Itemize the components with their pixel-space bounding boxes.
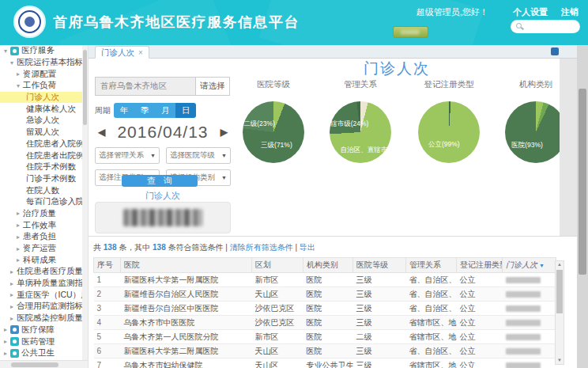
sidebar-item[interactable]: 住院患者出院例数 xyxy=(0,150,88,161)
sidebar-item[interactable]: ▸住院患者医疗质量与 xyxy=(0,266,88,278)
scroll-down-icon[interactable]: ▼ xyxy=(556,357,564,364)
sidebar-item[interactable]: ▸重症医学（ICU）质 xyxy=(0,289,88,301)
column-header-8[interactable]: 门诊人次▼ xyxy=(503,258,556,273)
logout-link[interactable]: 注销 xyxy=(561,7,579,17)
chart-title: 登记注册类型 xyxy=(406,79,492,90)
table-scrollbar[interactable]: ▲ ▼ xyxy=(555,260,564,365)
page-scrollbar[interactable] xyxy=(577,45,588,368)
scroll-up-icon[interactable]: ▲ xyxy=(556,261,564,268)
censored-value xyxy=(506,291,541,298)
medical-insurance-icon xyxy=(10,325,19,334)
sidebar-horizontal-scrollbar[interactable] xyxy=(0,360,89,368)
table-row[interactable]: 6新疆医科大学第二附属医院天山区医院三级省、自治区、...公立 xyxy=(94,344,556,359)
table-row[interactable]: 5乌鲁木齐第一人民医院分院新市区医院二级省辖市区、地...公立 xyxy=(94,330,556,344)
table-row[interactable]: 1新疆医科大学第一附属医院新市区医院三级省、自治区、...公立 xyxy=(94,273,556,287)
public-health-icon xyxy=(10,349,19,358)
sidebar-item[interactable]: ▸资产运营 xyxy=(0,243,88,255)
pie-chart-1: 医院等级三级(71%)二级(23%) xyxy=(231,76,316,234)
sidebar-item[interactable]: ▸公共卫生 xyxy=(0,347,88,359)
sidebar-item-label: 重症医学（ICU）质 xyxy=(17,290,88,301)
sidebar-vertical-scrollbar[interactable] xyxy=(82,45,88,360)
sidebar-item[interactable]: ▸科研成果 xyxy=(0,254,88,266)
sidebar-item[interactable]: 留观人次 xyxy=(0,127,88,138)
tab-list-icon[interactable] xyxy=(551,47,559,55)
sidebar-item[interactable]: ▸单病种质量监测指标 xyxy=(0,278,88,290)
current-date: 2016/04/13 xyxy=(117,123,208,142)
sidebar-item-label: 治疗质量 xyxy=(23,208,56,219)
table-cell: 省辖市区、地... xyxy=(406,330,457,344)
table-cell: 省辖市区、地... xyxy=(406,359,457,368)
medical-service-icon xyxy=(10,47,19,55)
censored-account-button[interactable]: ■■■■ xyxy=(393,26,428,38)
tab-close-icon[interactable]: × xyxy=(138,48,143,57)
sidebar-item[interactable]: 每百门急诊入院人 xyxy=(0,196,88,208)
sidebar-item[interactable]: ▸患者负担 xyxy=(0,231,88,243)
sidebar-item[interactable]: ▸资源配置 xyxy=(0,68,88,80)
column-header-1[interactable]: 序号 xyxy=(94,258,121,273)
region-input[interactable] xyxy=(95,77,196,96)
column-header-3[interactable]: 区划 xyxy=(252,258,303,273)
table-cell: 7 xyxy=(94,359,121,368)
sidebar-item[interactable]: ▾医院运行基本指标 xyxy=(0,57,88,69)
sidebar-item-label: 合理用药监测指标 xyxy=(17,301,83,312)
next-date-button[interactable]: ▶ xyxy=(217,127,231,138)
sidebar-item[interactable]: 门诊手术例数 xyxy=(0,173,88,185)
clear-filters-link[interactable]: 清除所有筛选条件 xyxy=(230,243,293,252)
sidebar-item-label: 门诊人次 xyxy=(26,92,59,103)
sidebar-item-label: 住院手术例数 xyxy=(26,161,76,173)
sidebar-item[interactable]: ▾工作负荷 xyxy=(0,80,88,92)
period-button-月[interactable]: 月 xyxy=(155,103,175,118)
visits-cell xyxy=(503,359,556,368)
sidebar-item[interactable]: 住院患者入院例数 xyxy=(0,138,88,150)
sidebar-item[interactable]: ▸合理用药监测指标 xyxy=(0,301,88,313)
period-filter: 周期 年季月日 xyxy=(95,103,196,118)
sidebar-item[interactable]: ▸工作效率 xyxy=(0,219,88,231)
sidebar-item[interactable]: 健康体检人次 xyxy=(0,103,88,115)
sidebar-item[interactable]: ▸治疗质量 xyxy=(0,208,88,220)
summary-separator: | xyxy=(293,243,300,252)
table-cell: 公立 xyxy=(457,359,503,368)
sidebar-item[interactable]: 住院手术例数 xyxy=(0,161,88,173)
sidebar-item-label: 单病种质量监测指标 xyxy=(17,278,88,289)
table-row[interactable]: 4乌鲁木齐市中医医院沙依巴克区医院三级省辖市区、地...公立 xyxy=(94,316,556,330)
table-cell: 沙依巴克区 xyxy=(252,316,303,330)
column-header-4[interactable]: 机构类别 xyxy=(303,258,353,273)
table-cell: 三级 xyxy=(353,344,406,359)
personal-settings-link[interactable]: 个人设置 xyxy=(513,7,548,17)
prev-date-button[interactable]: ◀ xyxy=(95,127,108,138)
visits-cell xyxy=(503,344,556,359)
column-header-7[interactable]: 登记注册类型 xyxy=(457,258,503,273)
sidebar-item-label: 门诊手术例数 xyxy=(26,173,76,184)
filter-select[interactable]: 选择医院等级▼ xyxy=(166,147,231,164)
chevron-down-icon: ▾ xyxy=(10,59,17,66)
table-row[interactable]: 7乌鲁木齐市妇幼保健院天山区专业公共卫生...三级省辖市区、地...公立 xyxy=(94,359,556,368)
query-button[interactable]: 查询 xyxy=(122,175,198,187)
sidebar-item-label: 在院人数 xyxy=(26,185,59,196)
region-select-button[interactable]: 请选择 xyxy=(195,77,230,96)
sidebar-item[interactable]: ▸医疗保障 xyxy=(0,324,88,336)
column-header-5[interactable]: 医院等级 xyxy=(353,258,406,273)
column-header-6[interactable]: 管理关系 xyxy=(406,258,457,273)
sidebar-item[interactable]: ▾医疗服务 xyxy=(0,45,88,57)
sidebar-item[interactable]: 门诊人次 xyxy=(0,92,88,104)
period-button-季[interactable]: 季 xyxy=(134,103,155,118)
chevron-down-icon: ▾ xyxy=(17,82,23,89)
sort-desc-icon: ▼ xyxy=(539,263,545,268)
pie-chart-2: 管理关系省、自治区、直辖市属(区、地辖市级(24%) xyxy=(318,76,403,234)
chart-title: 管理关系 xyxy=(318,79,403,90)
sidebar-item-label: 留观人次 xyxy=(26,127,59,138)
sidebar-item-label: 医院感染控制质量监 xyxy=(17,313,88,324)
column-header-2[interactable]: 医院 xyxy=(121,258,252,273)
header-search-input[interactable] xyxy=(511,20,580,33)
sidebar-item[interactable]: ▸医院感染控制质量监 xyxy=(0,313,88,324)
sidebar-item[interactable]: 急诊人次 xyxy=(0,115,88,127)
table-row[interactable]: 2新疆维吾尔自治区人民医院天山区医院三级省、自治区、...公立 xyxy=(94,287,556,302)
period-button-日[interactable]: 日 xyxy=(175,103,196,118)
sidebar-item[interactable]: 在院人数 xyxy=(0,184,88,196)
sidebar-item[interactable]: ▸医药管理 xyxy=(0,336,88,347)
filter-select[interactable]: 选择管理关系▼ xyxy=(95,147,160,164)
table-row[interactable]: 3新疆维吾尔自治区中医医院沙依巴克区医院三级省、自治区、...公立 xyxy=(94,302,556,316)
export-link[interactable]: 导出 xyxy=(300,243,315,252)
period-button-年[interactable]: 年 xyxy=(114,103,134,118)
tab-outpatient-visits[interactable]: 门诊人次× xyxy=(95,46,149,59)
